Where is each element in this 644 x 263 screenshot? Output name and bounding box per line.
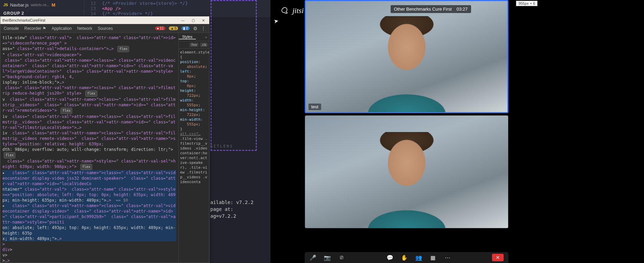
inspected-element-highlight	[211, 0, 257, 151]
gear-icon[interactable]: ⚙	[193, 26, 198, 31]
jitsi-logo: jitsi	[281, 6, 304, 15]
participant-name-label: test	[308, 104, 321, 110]
editor-tab-dirty-indicator: M	[52, 2, 55, 8]
jitsi-zone: jitsi ➤ Other Benchmarks Cure First 03:2…	[270, 0, 644, 263]
window-minimize-button[interactable]: —	[178, 16, 188, 24]
meeting-name-label: Other Benchmarks Cure First	[394, 7, 452, 12]
error-count-badge[interactable]: ● 11	[155, 26, 165, 30]
window-maximize-button[interactable]: ▢	[188, 16, 198, 24]
camera-icon[interactable]: 📷	[324, 254, 331, 261]
share-screen-icon[interactable]: ⎚	[338, 254, 345, 261]
jitsi-logo-icon	[281, 6, 290, 15]
editor-group-label: GROUP 2	[3, 11, 24, 16]
editor-file-tab[interactable]: JS Navbar.js webrtc-re... M	[3, 2, 55, 8]
devtools-tab-network[interactable]: Network	[77, 26, 92, 31]
microphone-icon[interactable]: 🎤	[310, 254, 316, 261]
devtools-tab-sources[interactable]: Sources	[98, 26, 113, 31]
devtools-tab-console[interactable]: Console	[4, 26, 19, 31]
jitsi-toolbar: 🎤 📷 ⎚ 💬 ✋ 👥 ▦ ⋯ ✕	[305, 252, 508, 263]
styles-more-icon[interactable]: »	[205, 35, 209, 39]
styles-tab[interactable]: Styles	[179, 35, 196, 39]
js-icon: JS	[3, 3, 8, 7]
devtools-tab-recorder[interactable]: Recorder ⚑	[24, 26, 46, 31]
tile-view-icon[interactable]: ▦	[430, 254, 437, 261]
editor-tab-project: webrtc-re...	[31, 3, 50, 7]
participants-icon[interactable]: 👥	[415, 254, 422, 261]
video-tile-primary[interactable]: Other Benchmarks Cure First 03:27 test	[305, 0, 508, 113]
hangup-button[interactable]: ✕	[492, 254, 504, 261]
mouse-cursor-icon: ➤	[273, 17, 279, 25]
info-count-badge[interactable]: ▮ 2	[181, 26, 190, 30]
styles-rules[interactable]: element.style {position: absolute;left: …	[179, 49, 209, 263]
editor-and-devtools-zone: JS Navbar.js webrtc-re... M GROUP 2 12{/…	[0, 0, 270, 263]
gitlens-label: GITLENS	[210, 144, 268, 148]
more-actions-icon[interactable]: ⋯	[444, 254, 451, 261]
jitsi-brand-text: jitsi	[292, 6, 304, 15]
window-close-button[interactable]: ✕	[198, 16, 209, 24]
elements-panel[interactable]: tile-view" class="attr-val"> class=>"att…	[0, 33, 178, 263]
cls-toggle[interactable]: .cls	[200, 43, 208, 47]
devtools-tab-application[interactable]: Application	[52, 26, 72, 31]
terminal-output-peek: ailable: v7.2.2 page at: ag=v7.2.2	[210, 199, 253, 219]
video-tile-secondary[interactable]	[305, 115, 508, 228]
dimension-tooltip: 955px × 6	[516, 1, 538, 6]
participant-video-placeholder	[366, 132, 448, 228]
devtools-titlebar[interactable]: therBenchmarksCureFirst — ▢ ✕	[0, 16, 209, 24]
raise-hand-icon[interactable]: ✋	[401, 254, 408, 261]
meeting-timer: 03:27	[456, 7, 468, 12]
meeting-info-overlay: Other Benchmarks Cure First 03:27	[390, 5, 471, 13]
warning-count-badge[interactable]: ▲ 5	[169, 26, 178, 30]
editor-tab-filename: Navbar.js	[10, 2, 28, 8]
chat-icon[interactable]: 💬	[387, 254, 393, 261]
devtools-title: therBenchmarksCureFirst	[2, 18, 45, 22]
hov-toggle[interactable]: :hov	[189, 43, 199, 47]
more-icon[interactable]: ⋮	[201, 26, 206, 31]
devtools-window: therBenchmarksCureFirst — ▢ ✕ Console Re…	[0, 16, 210, 263]
participant-video-placeholder	[366, 16, 448, 113]
devtools-tabbar: Console Recorder ⚑ Application Network S…	[0, 24, 209, 33]
styles-panel[interactable]: Styles » :hov .cls element.style {positi…	[178, 33, 209, 263]
